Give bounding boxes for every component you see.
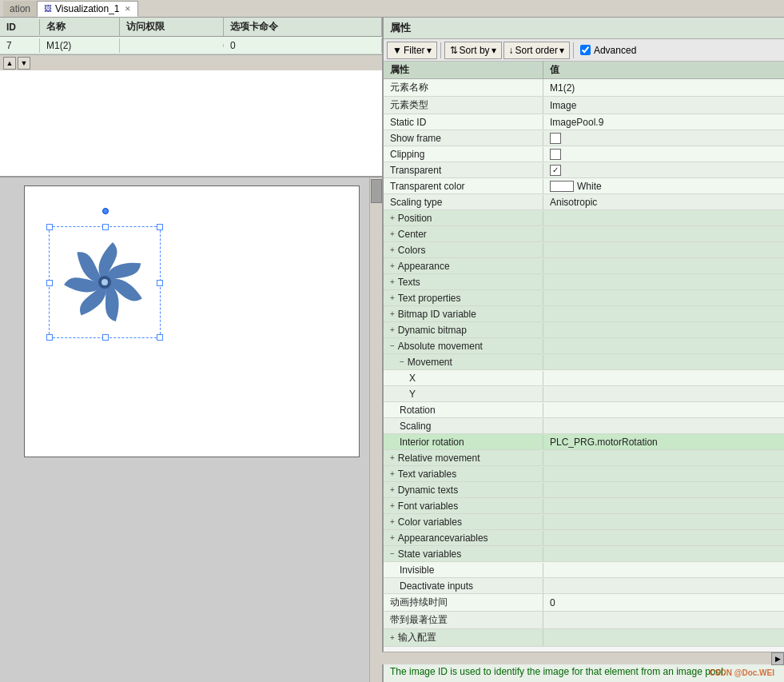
tab-inactive[interactable]: ation	[3, 1, 37, 17]
tab-close-button[interactable]: ✕	[125, 5, 131, 13]
prop-value-bring-to-pos[interactable]	[543, 619, 784, 622]
color-variables-expand-icon[interactable]: +	[390, 517, 395, 526]
tab-visualization[interactable]: 🖼 Visualization_1 ✕	[37, 1, 138, 17]
prop-label-center[interactable]: + Center	[384, 227, 543, 241]
prop-row-rel-movement[interactable]: + Relative movement	[384, 450, 784, 466]
handle-rotation[interactable]	[102, 208, 109, 214]
prop-row-input-config[interactable]: + 输入配置	[384, 629, 784, 647]
prop-label-dynamic-bitmap[interactable]: + Dynamic bitmap	[384, 323, 543, 337]
prop-value-scaling[interactable]	[543, 425, 784, 428]
prop-label-bitmap-id-var[interactable]: + Bitmap ID variable	[384, 307, 543, 321]
advanced-checkbox-container[interactable]: Advanced	[580, 45, 636, 56]
table-row[interactable]: 7 M1(2) 0	[0, 37, 382, 54]
font-variables-expand-icon[interactable]: +	[390, 501, 395, 510]
prop-value-scaling-type[interactable]: Anisotropic	[543, 195, 784, 209]
prop-label-texts[interactable]: + Texts	[384, 275, 543, 289]
prop-value-rotation[interactable]	[543, 409, 784, 412]
dynamic-bitmap-expand-icon[interactable]: +	[390, 325, 395, 334]
prop-label-input-config[interactable]: + 输入配置	[384, 629, 543, 646]
visualization-canvas[interactable]	[24, 185, 360, 457]
prop-row-bitmap-id-var[interactable]: + Bitmap ID variable	[384, 306, 784, 322]
prop-row-text-variables[interactable]: + Text variables	[384, 466, 784, 482]
prop-value-element-name[interactable]: M1(2)	[543, 81, 784, 95]
prop-value-clipping[interactable]	[543, 147, 784, 162]
advanced-checkbox[interactable]	[580, 45, 591, 55]
prop-row-position[interactable]: + Position	[384, 210, 784, 226]
nav-up-btn[interactable]: ▲	[3, 57, 16, 70]
position-expand-icon[interactable]: +	[390, 213, 395, 222]
texts-expand-icon[interactable]: +	[390, 277, 395, 286]
center-expand-icon[interactable]: +	[390, 229, 395, 238]
prop-row-text-properties[interactable]: + Text properties	[384, 290, 784, 306]
prop-row-movement[interactable]: − Movement	[384, 354, 784, 370]
prop-value-static-id[interactable]: ImagePool.9	[543, 115, 784, 130]
color-swatch[interactable]	[550, 181, 574, 192]
prop-row-dynamic-bitmap[interactable]: + Dynamic bitmap	[384, 322, 784, 338]
prop-value-show-frame[interactable]	[543, 131, 784, 146]
colors-expand-icon[interactable]: +	[390, 245, 395, 254]
text-variables-expand-icon[interactable]: +	[390, 469, 395, 478]
transparent-checkbox[interactable]: ✓	[550, 165, 561, 176]
appearance-expand-icon[interactable]: +	[390, 261, 395, 270]
prop-row-state-variables[interactable]: − State variables	[384, 546, 784, 562]
text-properties-expand-icon[interactable]: +	[390, 293, 395, 302]
sort-order-button[interactable]: ↓ Sort order ▾	[503, 42, 570, 59]
prop-label-dynamic-texts[interactable]: + Dynamic texts	[384, 483, 543, 497]
abs-movement-expand-icon[interactable]: −	[390, 341, 395, 350]
handle-bl[interactable]	[46, 334, 53, 341]
prop-label-rel-movement[interactable]: + Relative movement	[384, 451, 543, 465]
state-variables-expand-icon[interactable]: −	[390, 549, 395, 558]
prop-label-text-variables[interactable]: + Text variables	[384, 467, 543, 481]
prop-label-movement[interactable]: − Movement	[384, 355, 543, 369]
prop-label-position[interactable]: + Position	[384, 211, 543, 225]
nav-down-btn[interactable]: ▼	[18, 57, 30, 70]
prop-label-color-variables[interactable]: + Color variables	[384, 515, 543, 529]
prop-value-interior-rotation[interactable]: PLC_PRG.motorRotation	[543, 435, 784, 449]
prop-label-colors[interactable]: + Colors	[384, 243, 543, 257]
input-config-expand-icon[interactable]: +	[390, 633, 395, 642]
prop-value-deactivate-inputs[interactable]	[543, 584, 784, 588]
show-frame-checkbox[interactable]	[550, 133, 561, 144]
prop-row-appearance[interactable]: + Appearance	[384, 258, 784, 274]
appearance-variables-expand-icon[interactable]: +	[390, 533, 395, 542]
prop-value-animation-duration[interactable]: 0	[543, 596, 784, 610]
handle-tr[interactable]	[157, 224, 163, 230]
handle-bm[interactable]	[102, 334, 109, 341]
prop-row-interior-rotation[interactable]: Interior rotation PLC_PRG.motorRotation	[384, 434, 784, 450]
filter-button[interactable]: ▼ Filter ▾	[387, 42, 437, 59]
prop-label-abs-movement[interactable]: − Absolute movement	[384, 339, 543, 353]
prop-value-x[interactable]	[543, 377, 784, 380]
prop-row-abs-movement[interactable]: − Absolute movement	[384, 338, 784, 354]
movement-expand-icon[interactable]: −	[400, 357, 404, 366]
properties-list[interactable]: 元素名称 M1(2) 元素类型 Image Static ID ImagePoo…	[384, 79, 784, 663]
handle-mr[interactable]	[157, 280, 163, 286]
prop-row-center[interactable]: + Center	[384, 226, 784, 242]
prop-value-invisible[interactable]	[543, 568, 784, 572]
prop-row-appearance-variables[interactable]: + Appearancevariables	[384, 530, 784, 546]
prop-value-transparent-color[interactable]: White	[543, 179, 784, 193]
canvas-area[interactable]	[0, 177, 382, 682]
prop-row-colors[interactable]: + Colors	[384, 242, 784, 258]
sort-by-button[interactable]: ⇅ Sort by ▾	[444, 42, 502, 59]
scrollbar-thumb[interactable]	[371, 179, 382, 203]
prop-row-font-variables[interactable]: + Font variables	[384, 498, 784, 514]
prop-row-color-variables[interactable]: + Color variables	[384, 514, 784, 530]
rel-movement-expand-icon[interactable]: +	[390, 453, 395, 462]
prop-value-transparent[interactable]: ✓	[543, 163, 784, 177]
prop-row-dynamic-texts[interactable]: + Dynamic texts	[384, 482, 784, 498]
canvas-scrollbar[interactable]	[369, 177, 382, 682]
handle-tl[interactable]	[46, 224, 53, 230]
fan-element[interactable]	[49, 226, 161, 338]
prop-label-text-properties[interactable]: + Text properties	[384, 291, 543, 305]
prop-row-texts[interactable]: + Texts	[384, 274, 784, 290]
clipping-checkbox[interactable]	[550, 149, 561, 160]
handle-ml[interactable]	[46, 280, 53, 286]
handle-br[interactable]	[157, 334, 163, 341]
handle-tm[interactable]	[102, 224, 109, 230]
prop-label-font-variables[interactable]: + Font variables	[384, 499, 543, 513]
prop-label-state-variables[interactable]: − State variables	[384, 547, 543, 561]
bitmap-id-var-expand-icon[interactable]: +	[390, 309, 395, 318]
prop-label-appearance[interactable]: + Appearance	[384, 259, 543, 273]
dynamic-texts-expand-icon[interactable]: +	[390, 485, 395, 494]
prop-value-y[interactable]	[543, 393, 784, 396]
